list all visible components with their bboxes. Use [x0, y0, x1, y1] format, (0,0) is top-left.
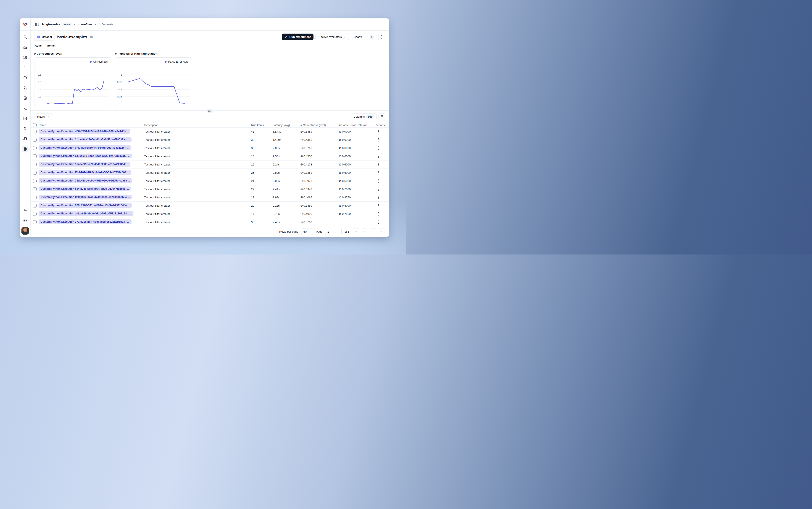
chevron-down-icon[interactable] — [94, 23, 97, 26]
tab-runs[interactable]: Runs — [34, 43, 42, 49]
prompts-icon[interactable] — [22, 95, 29, 102]
column-header-latency[interactable]: Latency (avg) — [273, 124, 301, 127]
row-actions-kebab[interactable] — [375, 137, 381, 143]
column-header-parse-error[interactable]: # Parse Error Rate (an... — [339, 124, 375, 127]
row-actions-kebab[interactable] — [375, 219, 381, 225]
run-items-count: 26 — [251, 163, 273, 166]
run-name-pill[interactable]: Custom Python Execution 5a15a616-1bab-44… — [39, 154, 132, 158]
breadcrumb-org[interactable]: langfuse-dev — [42, 23, 60, 26]
breadcrumb: langfuse-dev Team / no-filter / Datasets — [31, 22, 117, 28]
scores-percent-icon[interactable] — [22, 115, 29, 122]
select-all-checkbox[interactable] — [33, 123, 37, 127]
filters-button[interactable]: Filters — [34, 113, 52, 120]
resize-drag-handle[interactable] — [207, 109, 213, 113]
row-actions-kebab[interactable] — [375, 170, 381, 176]
row-checkbox[interactable] — [33, 196, 37, 199]
run-name-pill[interactable]: Custom Python Execution d66e7991-8595-45… — [39, 129, 130, 134]
run-name-pill[interactable]: Custom Python Execution 9fe23f98-881e-44… — [39, 145, 131, 150]
table-row[interactable]: Custom Python Execution e14fa348-5cfc-49… — [31, 185, 389, 194]
tracing-icon[interactable] — [22, 64, 29, 71]
row-actions-kebab[interactable] — [375, 145, 381, 151]
langfuse-logo[interactable] — [20, 19, 31, 30]
row-height-button[interactable] — [378, 113, 385, 120]
page-number-input[interactable] — [325, 228, 342, 235]
datasets-icon[interactable] — [22, 145, 29, 152]
insights-lightbulb-icon[interactable] — [22, 125, 29, 132]
previous-page-button[interactable]: ‹ — [361, 228, 368, 235]
table-row[interactable]: Custom Python Execution d66e7991-8595-45… — [31, 128, 389, 136]
sidebar-toggle-button[interactable] — [34, 22, 40, 28]
column-header-description[interactable]: Description — [144, 124, 251, 127]
support-lifebuoy-icon[interactable] — [22, 217, 29, 224]
column-header-run-items[interactable]: Run Items — [251, 124, 273, 127]
row-actions-kebab[interactable] — [375, 162, 381, 167]
tab-items[interactable]: Items — [47, 43, 55, 49]
run-name-pill[interactable]: Custom Python Execution f6bb1614-1f90-40… — [39, 170, 131, 175]
breadcrumb-project[interactable]: no-filter — [81, 23, 92, 26]
evaluators-button[interactable]: 1 active evaluators — [315, 34, 349, 40]
rows-per-page-select[interactable]: 50 — [301, 228, 313, 235]
row-checkbox[interactable] — [33, 146, 37, 150]
row-checkbox[interactable] — [33, 212, 37, 216]
row-actions-kebab[interactable] — [375, 203, 381, 209]
panel-toggle-icon — [35, 22, 39, 27]
row-checkbox[interactable] — [33, 163, 37, 166]
row-checkbox[interactable] — [33, 188, 37, 191]
playground-terminal-icon[interactable] — [22, 105, 29, 112]
table-row[interactable]: Custom Python Execution f6bb1614-1f90-40… — [31, 169, 389, 177]
run-name-pill[interactable]: Custom Python Execution adfae619-abb0-4d… — [39, 211, 133, 216]
table-row[interactable]: Custom Python Execution 371f531c-abff-4d… — [31, 218, 389, 226]
dashboards-icon[interactable] — [22, 54, 29, 61]
charts-toggle-button[interactable]: Charts 2 — [351, 34, 376, 40]
row-checkbox[interactable] — [33, 130, 37, 133]
chevron-down-icon[interactable] — [73, 23, 76, 26]
row-actions-kebab[interactable] — [375, 129, 381, 135]
run-correctness-avg: Ø 0.4500 — [301, 155, 339, 158]
annotation-icon[interactable] — [22, 135, 29, 142]
row-checkbox[interactable] — [33, 155, 37, 158]
row-checkbox[interactable] — [33, 204, 37, 207]
search-icon[interactable] — [22, 34, 29, 40]
user-avatar[interactable] — [22, 227, 29, 235]
table-row[interactable]: Custom Python Execution fe91b83e-04a5-47… — [31, 194, 389, 202]
next-page-button[interactable]: › — [370, 228, 376, 235]
settings-gear-icon[interactable] — [22, 207, 29, 214]
row-actions-kebab[interactable] — [375, 178, 381, 184]
row-checkbox[interactable] — [33, 179, 37, 183]
run-name-pill[interactable]: Custom Python Execution 114aa9ef-29e6-4e… — [39, 137, 132, 142]
more-actions-button[interactable] — [378, 34, 385, 40]
info-icon[interactable] — [90, 35, 93, 39]
run-name-pill[interactable]: Custom Python Execution fe91b83e-04a5-47… — [39, 195, 132, 200]
first-page-button[interactable]: « — [353, 228, 360, 235]
run-name-pill[interactable]: Custom Python Execution 74de488e-ec9d-47… — [39, 178, 132, 183]
row-actions-kebab[interactable] — [375, 195, 381, 200]
row-checkbox[interactable] — [33, 220, 37, 224]
table-row[interactable]: Custom Python Execution 1daec0f9-5e78-43… — [31, 161, 389, 169]
run-latency: 12.20s — [273, 138, 301, 141]
table-row[interactable]: Custom Python Execution 74de488e-ec9d-47… — [31, 177, 389, 185]
run-name-pill[interactable]: Custom Python Execution e14fa348-5cfc-49… — [39, 186, 131, 191]
table-row[interactable]: Custom Python Execution 114aa9ef-29e6-4e… — [31, 136, 389, 144]
row-actions-kebab[interactable] — [375, 186, 381, 192]
last-page-button[interactable]: » — [378, 228, 385, 235]
table-row[interactable]: Custom Python Execution 5a15a616-1bab-44… — [31, 152, 389, 161]
run-items-count: 22 — [251, 188, 273, 191]
row-checkbox[interactable] — [33, 138, 37, 142]
users-icon[interactable] — [22, 84, 29, 92]
row-actions-kebab[interactable] — [375, 211, 381, 217]
run-experiment-button[interactable]: Run experiment — [282, 34, 313, 40]
table-row[interactable]: Custom Python Execution 076b2704-341d-48… — [31, 202, 389, 210]
sessions-clock-icon[interactable] — [22, 74, 29, 81]
row-checkbox[interactable] — [33, 171, 37, 175]
table-row[interactable]: Custom Python Execution adfae619-abb0-4d… — [31, 210, 389, 218]
columns-button[interactable]: Columns 8/15 — [351, 113, 376, 120]
run-name-pill[interactable]: Custom Python Execution 371f531c-abff-4d… — [39, 219, 132, 224]
column-header-correctness[interactable]: # Correctness (eval) — [301, 124, 339, 127]
home-icon[interactable] — [22, 44, 29, 51]
breadcrumb-section[interactable]: Datasets — [102, 23, 113, 26]
table-row[interactable]: Custom Python Execution 9fe23f98-881e-44… — [31, 144, 389, 152]
column-header-name[interactable]: Name — [39, 124, 144, 127]
run-name-pill[interactable]: Custom Python Execution 076b2704-341d-48… — [39, 203, 132, 208]
row-actions-kebab[interactable] — [375, 154, 381, 159]
run-name-pill[interactable]: Custom Python Execution 1daec0f9-5e78-43… — [39, 162, 130, 167]
